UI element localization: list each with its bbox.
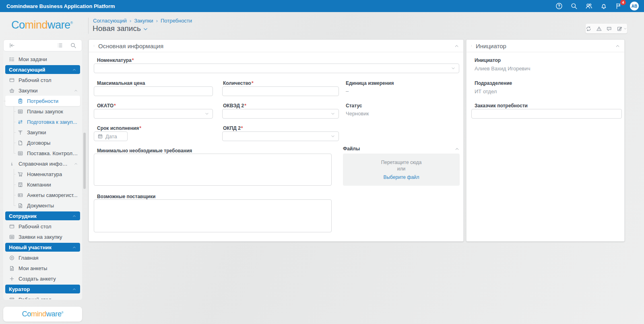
sidebar-item-purchases-sub[interactable]: Закупки xyxy=(3,127,82,137)
choose-file-link[interactable]: Выберите файл xyxy=(383,174,419,180)
chevron-up-icon[interactable] xyxy=(74,88,78,93)
sidebar-item-self-registration-forms[interactable]: Анкеты саморегист... xyxy=(3,190,82,200)
chevron-up-icon xyxy=(72,245,76,250)
initiator-value: Алиев Вахид Игоревич xyxy=(475,66,530,72)
department-value: ИТ отдел xyxy=(475,88,497,94)
breadcrumb-link-approver[interactable]: Согласующий xyxy=(93,18,127,24)
menu-list-icon[interactable] xyxy=(57,42,63,49)
collapse-files-icon[interactable] xyxy=(454,146,460,152)
notification-badge: 4 xyxy=(620,0,626,5)
customer-input[interactable] xyxy=(471,109,622,119)
users-icon[interactable] xyxy=(585,2,592,10)
sidebar-item-contracts[interactable]: Договоры xyxy=(3,137,82,148)
page-title: Новая запись xyxy=(93,24,149,33)
sidebar-item-desktop[interactable]: Рабочий стол xyxy=(3,75,82,85)
okato-label: ОКАТО* xyxy=(97,103,116,109)
collapse-panel-icon[interactable] xyxy=(615,43,620,49)
sidebar-item-desktop-curator[interactable]: Рабочий стол xyxy=(3,294,82,299)
sidebar-item-documents[interactable]: Документы xyxy=(3,200,82,211)
status-label: Статус xyxy=(346,103,362,109)
max-price-input[interactable] xyxy=(94,86,213,96)
customer-label: Заказчик потребности xyxy=(475,103,528,109)
app-title: Comindware Business Application Platform xyxy=(6,3,115,9)
chevron-down-icon[interactable] xyxy=(623,27,627,31)
breadcrumb-link-needs[interactable]: Потребности xyxy=(161,18,192,24)
calendar-icon xyxy=(97,133,103,139)
sidebar-item-companies[interactable]: Компании xyxy=(3,179,82,190)
chevron-up-icon[interactable] xyxy=(74,162,78,166)
sidebar-item-needs[interactable]: Потребности xyxy=(5,96,80,106)
sidebar-item-purchase-plans[interactable]: Планы закупок xyxy=(3,106,82,117)
files-header: Файлы xyxy=(343,146,460,152)
avatar[interactable]: AB xyxy=(630,2,639,10)
help-icon[interactable] xyxy=(555,2,563,10)
sidebar-group-approver[interactable]: Согласующий xyxy=(5,65,80,74)
sidebar-item-purchases[interactable]: Закупки xyxy=(3,85,82,96)
sidebar-item-delivery-control[interactable]: Поставка. Контроль... xyxy=(3,148,82,158)
breadcrumb-link-purchases[interactable]: Закупки xyxy=(134,18,153,24)
list-icon xyxy=(17,150,23,156)
suppliers-label: Возможные поставщики xyxy=(97,194,155,199)
sidebar-item-purchase-preparation[interactable]: Подготовка к закуп... xyxy=(3,117,82,127)
sidebar-group-employee[interactable]: Сотрудник xyxy=(5,211,80,220)
comment-icon[interactable] xyxy=(606,26,612,32)
sidebar-item-my-tasks[interactable]: Мои задачи xyxy=(3,54,82,64)
sidebar-item-home[interactable]: Главная xyxy=(3,252,82,263)
okpd-label: ОКПД 2* xyxy=(223,125,243,131)
nomenclature-select[interactable] xyxy=(94,64,459,73)
max-price-label: Максимальная цена xyxy=(97,80,145,86)
sidebar-item-purchase-requests[interactable]: Заявки на закупку xyxy=(3,232,82,242)
sidebar-item-my-forms[interactable]: Мои анкеты xyxy=(3,263,82,273)
bell-icon[interactable] xyxy=(600,2,607,10)
okpd-select[interactable] xyxy=(222,131,339,141)
initiator-label: Инициатор xyxy=(475,57,501,63)
sidebar-group-curator[interactable]: Куратор xyxy=(5,285,80,293)
cart-icon xyxy=(17,171,23,177)
document-lines-icon xyxy=(9,265,15,271)
funnel-icon xyxy=(17,129,23,135)
drag-handle-icon[interactable] xyxy=(93,43,95,49)
sidebar-item-reference-info[interactable]: Справочная информац... xyxy=(3,158,82,169)
search-icon[interactable] xyxy=(70,42,76,49)
collapse-panel-icon[interactable] xyxy=(454,43,459,49)
breadcrumb-separator: › xyxy=(130,18,131,24)
sidebar-item-nomenclature[interactable]: Номенклатура xyxy=(3,169,82,179)
suppliers-textarea[interactable] xyxy=(94,199,332,232)
record-toolbar xyxy=(586,24,627,33)
refresh-icon[interactable] xyxy=(586,26,592,32)
search-icon[interactable] xyxy=(570,2,578,10)
desktop-icon xyxy=(9,297,15,299)
collapse-sidebar-icon[interactable] xyxy=(9,42,15,49)
min-requirements-textarea[interactable] xyxy=(94,154,332,186)
notifications-flag[interactable]: 4 xyxy=(615,2,622,10)
min-requirements-label: Минимально необходимые требования xyxy=(97,148,192,154)
quantity-input[interactable] xyxy=(222,86,339,96)
files-label: Файлы xyxy=(343,146,360,152)
initiator-panel-header: Инициатор xyxy=(466,40,624,52)
sidebar-toolbar xyxy=(3,39,82,51)
date-placeholder: Дата xyxy=(105,133,117,139)
document-icon xyxy=(17,140,23,146)
sidebar-items: Мои задачи Согласующий Рабочий стол Заку… xyxy=(3,52,82,299)
sidebar-group-new-participant[interactable]: Новый участник xyxy=(5,243,80,252)
okved-select[interactable] xyxy=(222,109,339,119)
status-value: Черновик xyxy=(346,111,369,117)
top-bar: Comindware Business Application Platform… xyxy=(0,0,644,12)
department-label: Подразделение xyxy=(475,80,512,86)
breadcrumb: Согласующий › Закупки › Потребности xyxy=(93,18,192,24)
deadline-date-input[interactable]: Дата xyxy=(94,131,128,141)
chevron-up-icon xyxy=(72,214,76,218)
chevron-down-icon[interactable] xyxy=(142,26,149,32)
main-info-panel-header: Основная информация xyxy=(89,40,463,52)
sidebar-scrollbar[interactable] xyxy=(83,133,86,189)
document-lines-icon xyxy=(17,203,23,209)
page-title-text: Новая запись xyxy=(93,24,141,33)
sidebar-item-desktop-employee[interactable]: Рабочий стол xyxy=(3,221,82,232)
warning-icon[interactable] xyxy=(596,26,602,32)
okato-select[interactable] xyxy=(94,109,213,119)
sidebar-item-create-form[interactable]: Создать анкету xyxy=(3,273,82,284)
initiator-panel-title: Инициатор xyxy=(476,43,506,49)
drag-handle-icon[interactable] xyxy=(471,43,473,49)
file-dropzone[interactable]: Перетащите сюда или Выберите файл xyxy=(343,154,460,186)
edit-icon[interactable] xyxy=(617,26,623,32)
